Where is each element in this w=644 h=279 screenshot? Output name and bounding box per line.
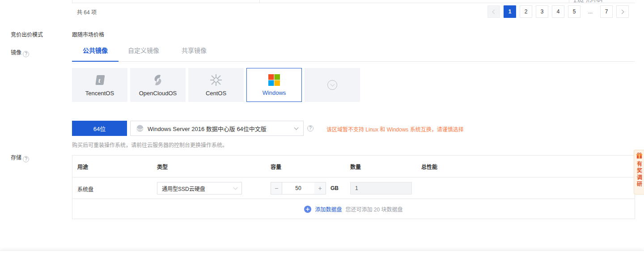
os-card-label: CentOS [206,90,226,97]
add-data-disk-row: 添加数据盘 您还可添加 20 块数据盘 [72,199,635,219]
chevron-right-icon [620,9,624,14]
col-header-type: 类型 [157,163,168,170]
pagination-page-button[interactable]: 4 [552,5,564,18]
help-icon[interactable] [23,51,29,57]
arch-64bit-button[interactable]: 64位 [72,121,127,136]
pagination-page-button[interactable]: 7 [600,5,613,18]
os-card-tencentos[interactable]: t TencentOS [72,68,127,102]
table-remnant-bottom-border [72,3,635,3]
os-card-opencloudos[interactable]: OpenCloudOS [130,68,186,102]
tab-custom-image[interactable]: 自定义镜像 [120,45,167,62]
chevron-down-icon [233,186,238,190]
col-header-usage: 用途 [77,163,88,170]
tab-public-image[interactable]: 公共镜像 [72,45,119,62]
os-card-label: Windows [263,89,286,96]
os-version-row: 64位 Windows Server 2016 数据中心版 64位中文版 该区域… [0,121,644,136]
col-header-capacity: 容量 [271,163,281,170]
tab-shared-image[interactable]: 共享镜像 [171,45,217,62]
os-card-windows[interactable]: Windows [246,68,302,102]
pagination-ellipsis: ... [584,5,597,18]
image-section-label: 镜像 [11,48,29,57]
pagination: 1 2 3 4 5 ... 7 [487,5,629,18]
os-card-more[interactable] [305,68,360,102]
capacity-unit: GB [330,185,339,191]
capacity-minus-button[interactable]: − [271,182,282,194]
bid-mode-label: 竞价出价模式 [11,30,43,38]
help-icon[interactable] [23,156,29,162]
disk-type-select[interactable]: 通用型SSD云硬盘 [157,182,242,194]
tencentos-icon: t [93,73,106,87]
capacity-plus-button[interactable]: + [314,182,326,194]
clipped-price-text: 1.62 元/小时 [573,0,618,2]
disk-quantity-input [350,182,412,194]
spot-instance-purchase-page: 1.62 元/小时 共 64 项 1 2 3 4 5 ... 7 竞价出价模式 … [0,0,644,279]
pagination-page-button[interactable]: 1 [504,5,516,18]
pagination-page-button[interactable]: 5 [568,5,580,18]
footer-bar: 已选 S3.SMALL1 (标准型S3, 1核1GB） 数量 − + 配置费用 … [0,250,644,279]
storage-label-text: 存储 [11,155,21,161]
survey-badge-label: 有奖调研 [636,161,643,188]
os-card-list: t TencentOS OpenCloudOS CentOS [72,68,635,102]
os-region-warning: 该区域暂不支持 Linux 和 Windows 系统互换，请谨慎选择 [326,125,464,133]
col-header-performance: 总性能 [421,163,437,170]
pagination-page-button[interactable]: 3 [536,5,548,18]
image-tabbar: 公共镜像 自定义镜像 共享镜像 [72,45,635,62]
col-header-quantity: 数量 [350,163,361,170]
reinstall-note: 购买后可重装操作系统，请前往云服务器的控制台更换操作系统。 [72,141,228,148]
chevron-down-icon [294,126,299,130]
add-data-disk-hint: 您还可添加 20 块数据盘 [345,205,402,213]
gift-icon [636,152,643,159]
capacity-stepper: − + [271,182,326,194]
capacity-input[interactable] [282,182,314,194]
help-icon[interactable] [307,125,314,131]
storage-section-label: 存储 [11,153,29,162]
survey-badge[interactable]: 有奖调研 [634,150,644,194]
chevron-left-icon [492,9,497,14]
os-version-select[interactable]: Windows Server 2016 数据中心版 64位中文版 [130,121,304,136]
os-globe-icon [136,124,144,132]
add-data-disk-link[interactable]: 添加数据盘 [315,205,342,213]
chevron-circle-icon [327,80,337,90]
pagination-total: 共 64 项 [77,8,97,16]
os-card-label: TencentOS [85,90,114,97]
bid-mode-value: 跟随市场价格 [72,30,104,38]
pagination-page-button[interactable]: 2 [520,5,532,18]
storage-table-header: 用途 类型 容量 数量 总性能 [72,156,635,178]
pagination-prev-button[interactable] [487,5,500,18]
centos-icon [209,73,223,87]
opencloudos-icon [151,73,165,87]
plus-icon [304,206,311,213]
windows-icon [268,74,280,86]
pagination-next-button[interactable] [616,5,629,18]
image-label-text: 镜像 [11,50,21,56]
disk-type-value: 通用型SSD云硬盘 [162,185,230,192]
os-card-centos[interactable]: CentOS [188,68,244,102]
os-version-value: Windows Server 2016 数据中心版 64位中文版 [148,124,291,133]
storage-table: 用途 类型 容量 数量 总性能 系统盘 通用型SSD云硬盘 − + GB 添 [72,155,635,219]
disk-usage-value: 系统盘 [77,185,93,193]
system-disk-row: 系统盘 通用型SSD云硬盘 − + GB [72,178,635,199]
os-card-label: OpenCloudOS [139,90,177,97]
